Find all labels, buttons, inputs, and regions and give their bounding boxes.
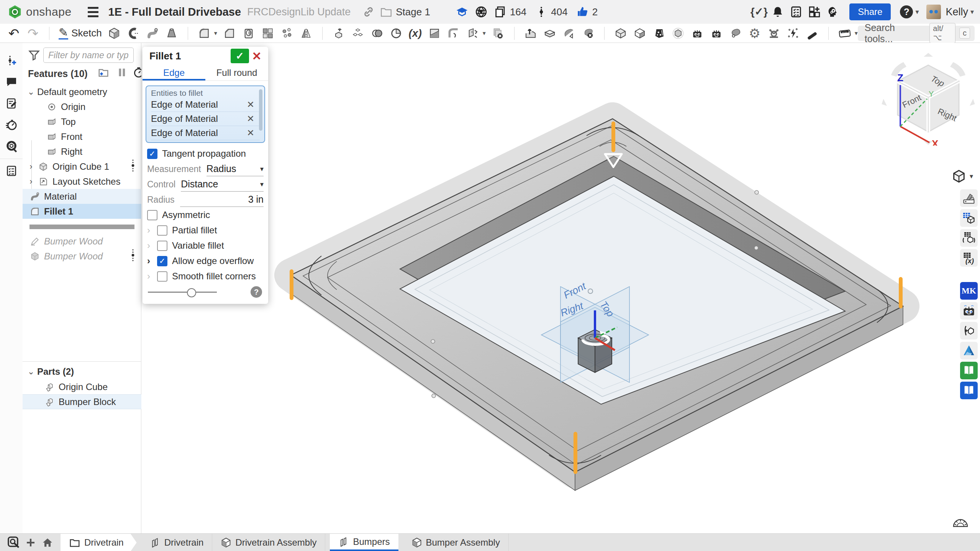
- export-icon[interactable]: [543, 26, 557, 40]
- triangle-app-button[interactable]: [960, 342, 978, 359]
- share-button[interactable]: Share: [849, 3, 891, 20]
- entity-row[interactable]: Edge of Material✕: [151, 126, 260, 140]
- green-library-app-button[interactable]: [960, 362, 978, 379]
- variable-fillet-checkbox[interactable]: [157, 241, 167, 251]
- confirm-button[interactable]: ✓: [231, 49, 249, 63]
- dialog-help-button[interactable]: ?: [251, 286, 262, 298]
- insert-version-icon[interactable]: [5, 54, 18, 67]
- filter-input[interactable]: [43, 48, 134, 63]
- entities-selection-list[interactable]: Entities to fillet Edge of Material✕ Edg…: [146, 85, 265, 143]
- fillet-icon[interactable]: [197, 26, 211, 40]
- appearance-panel-button[interactable]: [960, 189, 978, 207]
- tree-item-default-geometry[interactable]: ⌄ Default geometry: [23, 84, 141, 99]
- vertex-point[interactable]: [431, 339, 435, 343]
- notes-icon[interactable]: [5, 97, 18, 110]
- ai-advisor-icon[interactable]: [826, 5, 839, 18]
- quick-actions-spark-icon[interactable]: [786, 26, 800, 40]
- thumbs-up-icon[interactable]: [576, 5, 589, 18]
- add-folder-icon[interactable]: [98, 67, 109, 78]
- partial-fillet-expander-icon[interactable]: ›: [147, 225, 157, 236]
- tasks-checklist-icon[interactable]: [790, 5, 803, 18]
- move-face-caret-icon[interactable]: ▾: [483, 30, 486, 37]
- help-button[interactable]: ?: [900, 5, 913, 18]
- mate-connector-dots-icon[interactable]: [131, 249, 135, 264]
- mirror-icon[interactable]: [299, 26, 313, 40]
- tree-item-right-plane[interactable]: Right: [23, 144, 141, 159]
- tree-item-origin-cube-1[interactable]: › Origin Cube 1: [23, 159, 141, 174]
- vertex-point[interactable]: [755, 190, 759, 194]
- split-icon[interactable]: [428, 26, 441, 40]
- smooth-fillet-corners-expander-icon[interactable]: ›: [147, 271, 157, 282]
- featurescripts-app-button[interactable]: [960, 302, 978, 320]
- user-avatar[interactable]: [926, 5, 941, 19]
- variable-icon[interactable]: (x): [408, 26, 422, 40]
- undo-icon[interactable]: ↶: [7, 26, 21, 40]
- help-caret-icon[interactable]: ▾: [915, 8, 919, 16]
- allow-edge-overflow-expander-icon[interactable]: ›: [147, 256, 157, 266]
- dialog-resize-slider[interactable]: [148, 292, 217, 293]
- onshape-logo-icon[interactable]: [8, 5, 22, 19]
- remove-entity-icon[interactable]: ✕: [247, 99, 254, 110]
- custom-tables-panel-button[interactable]: [960, 229, 978, 247]
- document-title[interactable]: 1E - Full Detail Drivebase: [108, 6, 241, 18]
- linear-pattern-icon[interactable]: [261, 26, 275, 40]
- chevron-down-icon[interactable]: ⌄: [27, 87, 35, 97]
- view-cube[interactable]: Top Front Right Z X Y: [880, 50, 976, 146]
- sketch-button[interactable]: ✎ Sketch: [59, 27, 102, 39]
- smooth-fillet-corners-checkbox[interactable]: [157, 271, 167, 282]
- replace-face-icon[interactable]: [562, 26, 576, 40]
- tab-assembly-drivetrain-assembly[interactable]: Drivetrain Assembly: [212, 534, 325, 551]
- custom-feature-robot-icon[interactable]: [710, 26, 723, 40]
- chamfer-icon[interactable]: [223, 26, 236, 40]
- new-tab-plus-button[interactable]: [22, 535, 39, 550]
- notifications-bell-icon[interactable]: [771, 5, 784, 18]
- view-options-button[interactable]: ▾: [951, 169, 973, 184]
- redo-icon[interactable]: ↷: [26, 26, 40, 40]
- partial-fillet-checkbox[interactable]: [157, 225, 167, 236]
- search-tools-button[interactable]: Search tools... alt/⌥ c: [858, 26, 975, 41]
- cut-list-icon[interactable]: [5, 164, 18, 178]
- parts-section-header[interactable]: ⌄ Parts (2): [23, 364, 141, 379]
- tree-item-fillet-1[interactable]: Fillet 1: [23, 204, 141, 219]
- section-view-icon[interactable]: [633, 26, 647, 40]
- tab-full-round[interactable]: Full round: [205, 65, 268, 80]
- helix-icon[interactable]: [389, 26, 403, 40]
- tree-item-bumper-wood-extrude[interactable]: Bumper Wood: [23, 249, 141, 264]
- slider-handle[interactable]: [187, 288, 196, 297]
- chevron-right-icon[interactable]: ›: [27, 162, 35, 172]
- composite-part-icon[interactable]: [351, 26, 365, 40]
- measurement-select[interactable]: Radius ▾: [206, 162, 264, 176]
- workspace-name[interactable]: Stage 1: [396, 6, 430, 18]
- suppress-pause-icon[interactable]: [116, 67, 128, 78]
- transform-icon[interactable]: [332, 26, 346, 40]
- vertex-point[interactable]: [432, 394, 436, 398]
- copies-icon[interactable]: [494, 5, 507, 18]
- name-badge-icon[interactable]: HELLO: [838, 26, 852, 40]
- remove-entity-icon[interactable]: ✕: [247, 142, 254, 143]
- remove-entity-icon[interactable]: ✕: [247, 128, 254, 138]
- chevron-right-icon[interactable]: ›: [27, 177, 35, 187]
- boolean-icon[interactable]: [370, 26, 384, 40]
- delete-face-icon[interactable]: [581, 26, 595, 40]
- search-tabs-icon[interactable]: [5, 535, 22, 550]
- part-item-origin-cube[interactable]: Origin Cube: [23, 379, 141, 394]
- tab-partstudio-bumpers[interactable]: Bumpers: [330, 534, 398, 551]
- primitive-cube-icon[interactable]: [614, 26, 628, 40]
- variable-fillet-expander-icon[interactable]: ›: [147, 240, 157, 251]
- bom-table-panel-button[interactable]: [960, 209, 978, 227]
- tree-item-top-plane[interactable]: Top: [23, 114, 141, 129]
- mkcad-app-button[interactable]: MK: [960, 282, 978, 300]
- versions-dots-icon[interactable]: [535, 5, 548, 18]
- tab-partstudio-drivetrain[interactable]: Drivetrain: [141, 534, 213, 551]
- tab-edge[interactable]: Edge: [143, 65, 205, 80]
- entity-row[interactable]: Edge of Material✕: [151, 98, 260, 112]
- apps-grid-icon[interactable]: [808, 5, 821, 18]
- move-face-icon[interactable]: [466, 26, 480, 40]
- fillet-menu-caret-icon[interactable]: ▾: [214, 30, 217, 37]
- document-menu-icon[interactable]: [88, 7, 98, 17]
- radius-input[interactable]: 3 in: [180, 193, 264, 207]
- cancel-button[interactable]: ✕: [249, 49, 264, 63]
- allow-edge-overflow-checkbox[interactable]: ✓: [157, 256, 167, 266]
- user-menu-caret-icon[interactable]: ▾: [970, 8, 974, 16]
- variable-table-panel-button[interactable]: (x): [960, 249, 978, 267]
